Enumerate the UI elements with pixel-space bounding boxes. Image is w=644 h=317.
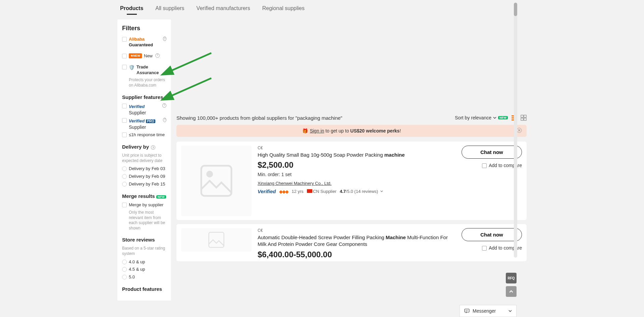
shield-icon: 🛡️ bbox=[129, 64, 135, 70]
new-badge-icon: NEW bbox=[498, 116, 508, 119]
results-main: Showing 100,000+ products from global su… bbox=[176, 19, 527, 265]
info-icon[interactable]: ? bbox=[155, 53, 160, 58]
product-price: $6,400.00-55,000.00 bbox=[258, 250, 455, 259]
svg-rect-8 bbox=[524, 118, 526, 120]
welcome-perks-banner: 🎁 Sign in to get up to US$20 welcome per… bbox=[176, 125, 527, 137]
checkbox[interactable] bbox=[122, 65, 127, 69]
new-badge-icon: ★NEW bbox=[129, 53, 142, 59]
checkbox[interactable] bbox=[122, 37, 127, 42]
chat-now-button[interactable]: Chat now bbox=[462, 146, 522, 159]
product-image[interactable] bbox=[181, 228, 252, 252]
info-icon[interactable]: ? bbox=[162, 103, 166, 108]
radio[interactable] bbox=[122, 182, 127, 187]
sign-in-link[interactable]: Sign in bbox=[310, 128, 324, 134]
tabs-row: Products All suppliers Verified manufact… bbox=[117, 0, 527, 19]
filter-response-time[interactable]: ≤1h response time bbox=[122, 132, 166, 138]
grid-view-icon[interactable] bbox=[521, 115, 527, 121]
info-icon[interactable]: ? bbox=[163, 37, 166, 41]
rating-suffix: /5.0 (14 reviews) bbox=[346, 189, 378, 194]
verified-badge-icon: Verified bbox=[258, 189, 276, 194]
store-reviews-heading: Store reviews bbox=[122, 237, 166, 243]
checkbox[interactable] bbox=[122, 54, 127, 58]
svg-rect-5 bbox=[521, 115, 523, 117]
radio[interactable] bbox=[122, 260, 127, 264]
supplier-meta: Verified ◆◆◆ 12 yrs CN Supplier 4.7/5.0 … bbox=[258, 189, 455, 194]
filter-label: ≤1h response time bbox=[129, 132, 165, 138]
filter-label: New bbox=[144, 53, 153, 59]
svg-rect-10 bbox=[201, 166, 231, 196]
years-text: 12 yrs bbox=[291, 189, 303, 194]
filter-label: Supplier bbox=[129, 124, 146, 130]
delivery-help: Unit price is subject to expected delive… bbox=[122, 153, 166, 163]
delivery-option[interactable]: Delivery by Feb 15 bbox=[122, 181, 166, 187]
filter-trade-assurance[interactable]: 🛡️ Trade Assurance bbox=[122, 64, 166, 76]
new-badge-icon: NEW bbox=[156, 195, 166, 199]
sort-label: Sort by relevance bbox=[455, 115, 491, 120]
diamond-icon: ◆◆◆ bbox=[279, 189, 288, 194]
filter-verified-supplier[interactable]: Verified Supplier ? bbox=[122, 103, 166, 116]
merge-results-heading: Merge results NEW bbox=[122, 193, 166, 199]
gift-icon: 🎁 bbox=[302, 128, 308, 134]
radio[interactable] bbox=[122, 275, 127, 279]
review-option[interactable]: 4.0 & up bbox=[122, 259, 166, 265]
filter-merge-by-supplier[interactable]: Merge by supplier bbox=[122, 202, 166, 208]
svg-point-11 bbox=[206, 171, 213, 177]
filter-label: Supplier bbox=[129, 110, 146, 115]
checkbox[interactable] bbox=[482, 246, 487, 251]
checkbox[interactable] bbox=[482, 163, 487, 168]
scrollbar[interactable] bbox=[514, 3, 517, 258]
country-text: CN Supplier bbox=[313, 189, 336, 194]
chat-now-button[interactable]: Chat now bbox=[462, 228, 522, 241]
sort-dropdown[interactable]: Sort by relevance NEW bbox=[455, 115, 508, 120]
flag-icon bbox=[307, 189, 312, 193]
reviews-help: Based on a 5-star rating system bbox=[122, 246, 166, 256]
scrollbar-thumb[interactable] bbox=[514, 3, 517, 16]
brand-alibaba: Alibaba bbox=[129, 37, 145, 42]
delivery-by-heading: Delivery by ? bbox=[122, 144, 166, 150]
product-title[interactable]: High Quality Small Bag 10g-500g Soap Pow… bbox=[258, 152, 455, 158]
filter-verified-pro-supplier[interactable]: Verified PRO Supplier ? bbox=[122, 118, 166, 130]
svg-rect-6 bbox=[524, 115, 526, 117]
product-title[interactable]: Automatic Double-Headed Screw Powder Fil… bbox=[258, 234, 455, 248]
review-option[interactable]: 4.5 & up bbox=[122, 267, 166, 272]
checkbox[interactable] bbox=[122, 133, 127, 137]
radio[interactable] bbox=[122, 166, 127, 171]
tab-products[interactable]: Products bbox=[120, 5, 143, 13]
review-option[interactable]: 5.0 bbox=[122, 274, 166, 280]
supplier-link[interactable]: Xinxiang Chenwei Machinery Co., Ltd. bbox=[258, 181, 331, 186]
chevron-up-icon bbox=[509, 289, 514, 294]
rfq-button[interactable]: RFQ bbox=[506, 273, 517, 283]
delivery-option[interactable]: Delivery by Feb 03 bbox=[122, 166, 166, 172]
brand-guaranteed: Guaranteed bbox=[129, 42, 153, 47]
tab-verified-manufacturers[interactable]: Verified manufacturers bbox=[197, 5, 250, 13]
certification-badge: C€ bbox=[258, 146, 455, 150]
delivery-option[interactable]: Delivery by Feb 09 bbox=[122, 174, 166, 179]
filter-label: Merge by supplier bbox=[129, 202, 163, 208]
filters-sidebar: Filters Alibaba Guaranteed ? ★NEW New ? … bbox=[117, 19, 171, 301]
product-image[interactable] bbox=[181, 146, 252, 216]
checkbox[interactable] bbox=[122, 118, 127, 123]
radio[interactable] bbox=[122, 174, 127, 179]
back-to-top-button[interactable] bbox=[506, 286, 517, 297]
chevron-down-icon[interactable] bbox=[380, 190, 383, 193]
min-order: Min. order: 1 set bbox=[258, 172, 455, 177]
checkbox[interactable] bbox=[122, 104, 127, 108]
filter-alibaba-guaranteed[interactable]: Alibaba Guaranteed ? bbox=[122, 37, 166, 48]
supplier-features-heading: Supplier features bbox=[122, 94, 166, 100]
tab-regional-supplies[interactable]: Regional supplies bbox=[262, 5, 305, 13]
radio[interactable] bbox=[122, 267, 127, 272]
filters-heading: Filters bbox=[122, 25, 166, 32]
verified-badge-icon: Verified bbox=[129, 104, 145, 109]
certification-badge: C€ bbox=[258, 228, 455, 233]
chevron-down-icon bbox=[493, 116, 497, 120]
tab-all-suppliers[interactable]: All suppliers bbox=[155, 5, 184, 13]
merge-help: Only the most relevant item from each su… bbox=[122, 210, 166, 231]
info-icon[interactable]: ? bbox=[151, 145, 155, 150]
filter-new[interactable]: ★NEW New ? bbox=[122, 53, 166, 59]
close-icon[interactable] bbox=[517, 128, 522, 134]
info-icon[interactable]: ? bbox=[163, 118, 166, 122]
product-card: C€ High Quality Small Bag 10g-500g Soap … bbox=[176, 142, 527, 220]
results-count-text: Showing 100,000+ products from global su… bbox=[176, 115, 342, 121]
checkbox[interactable] bbox=[122, 203, 127, 207]
product-price: $2,500.00 bbox=[258, 160, 455, 170]
